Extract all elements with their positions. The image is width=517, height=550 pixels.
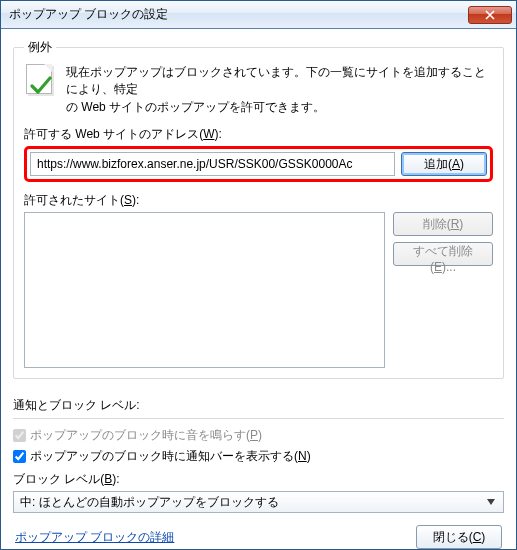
sound-checkbox: [13, 429, 26, 442]
block-level-dropdown[interactable]: 中: ほとんどの自動ポップアップをブロックする: [13, 491, 504, 513]
intro-line1: 現在ポップアップはブロックされています。下の一覧にサイトを追加することにより、特…: [66, 65, 486, 96]
chevron-down-icon: [483, 494, 499, 510]
address-row-highlight: 追加(A): [24, 146, 493, 182]
learn-more-link[interactable]: ポップアップ ブロックの詳細: [15, 529, 174, 546]
exceptions-legend: 例外: [24, 39, 56, 56]
content-area: 例外 現在ポップアップはブロックされています。下の一覧にサイトを追加することによ…: [1, 29, 516, 550]
bar-checkbox-label: ポップアップのブロック時に通知バーを表示する(N): [30, 448, 311, 465]
block-level-label: ブロック レベル(B):: [13, 471, 504, 488]
address-input[interactable]: [30, 152, 395, 176]
notify-section: 通知とブロック レベル: ポップアップのブロック時に音を鳴らす(P) ポップアッ…: [13, 397, 504, 513]
popup-blocker-settings-window: ポップアップ ブロックの設定 例外 現在ポップアップはブロックされています。下の…: [0, 0, 517, 550]
sound-checkbox-label: ポップアップのブロック時に音を鳴らす(P): [30, 427, 262, 444]
close-icon: [485, 10, 495, 20]
bar-checkbox[interactable]: [13, 450, 26, 463]
allowed-sites-label: 許可されたサイト(S):: [24, 192, 493, 209]
block-level-row: ブロック レベル(B): 中: ほとんどの自動ポップアップをブロックする: [13, 471, 504, 513]
add-button[interactable]: 追加(A): [401, 152, 487, 176]
window-close-button[interactable]: [468, 6, 512, 24]
intro-text: 現在ポップアップはブロックされています。下の一覧にサイトを追加することにより、特…: [66, 64, 493, 116]
sound-checkbox-row: ポップアップのブロック時に音を鳴らす(P): [13, 427, 504, 444]
footer: ポップアップ ブロックの詳細 閉じる(C): [13, 525, 504, 549]
remove-all-button: すべて削除(E)...: [393, 242, 493, 266]
bar-checkbox-row: ポップアップのブロック時に通知バーを表示する(N): [13, 448, 504, 465]
intro-row: 現在ポップアップはブロックされています。下の一覧にサイトを追加することにより、特…: [24, 64, 493, 116]
window-title: ポップアップ ブロックの設定: [9, 6, 468, 23]
titlebar: ポップアップ ブロックの設定: [1, 1, 516, 29]
allowed-page-icon: [24, 64, 58, 98]
block-level-value: 中: ほとんどの自動ポップアップをブロックする: [20, 494, 279, 511]
site-action-buttons: 削除(R) すべて削除(E)...: [393, 212, 493, 368]
close-button[interactable]: 閉じる(C): [416, 525, 502, 549]
allowed-sites-wrap: 削除(R) すべて削除(E)...: [24, 212, 493, 368]
exceptions-group: 例外 現在ポップアップはブロックされています。下の一覧にサイトを追加することによ…: [13, 39, 504, 379]
remove-button: 削除(R): [393, 212, 493, 236]
separator: [13, 418, 504, 419]
address-label: 許可する Web サイトのアドレス(W):: [24, 126, 493, 143]
notify-heading: 通知とブロック レベル:: [13, 397, 504, 414]
allowed-sites-list[interactable]: [24, 212, 385, 368]
intro-line2: の Web サイトのポップアップを許可できます。: [66, 100, 325, 114]
